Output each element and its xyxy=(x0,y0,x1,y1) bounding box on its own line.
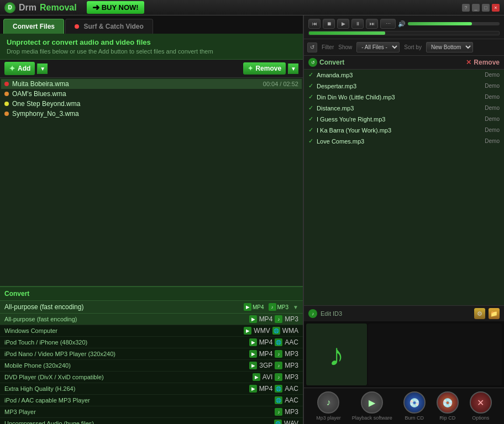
format-icon-mp3-4: ♪ xyxy=(275,362,282,369)
mp3-player-button[interactable]: ♪ Mp3 player xyxy=(316,391,341,421)
convert-item-name-9: Uncompressed Audio (huge files) xyxy=(4,420,270,424)
buy-now-button[interactable]: ➜ BUY NOW! xyxy=(87,1,144,14)
convert-item-8[interactable]: MP3 Player ♪ MP3 xyxy=(0,406,303,418)
player-more-button[interactable]: ⋯ xyxy=(380,19,396,29)
format-icon-mp4-2: ▶ xyxy=(249,338,257,346)
player-pause-button[interactable]: ⏸ xyxy=(351,19,364,29)
mp4-icon: ▶ xyxy=(244,303,251,311)
burn-cd-button[interactable]: 💿 Burn CD xyxy=(403,391,426,421)
media-player: ⏮ ⏹ ▶ ⏸ ⏭ ⋯ 🔊 xyxy=(304,15,504,39)
convert-section: Convert All-purpose (fast encoding) ▶ MP… xyxy=(0,286,303,424)
convert-item-name-5: DVD Player (DivX / XviD compatible) xyxy=(4,374,248,380)
mp4-label: MP4 xyxy=(253,304,264,310)
filter-select[interactable]: - All Files - xyxy=(356,42,400,52)
convert-item-name-1: Windows Computer xyxy=(4,327,239,334)
mp3-player-icon: ♪ xyxy=(317,391,339,414)
header-subtitle: Drop media files below or use the Add bu… xyxy=(7,48,296,55)
convert-item-9[interactable]: Uncompressed Audio (huge files) 🌐 WAV xyxy=(0,418,303,424)
right-file-item-2[interactable]: ✓ Din Din Wo (Little Child).mp3 Demo xyxy=(304,92,504,103)
help-button[interactable]: ? xyxy=(462,4,470,12)
playback-software-button[interactable]: ▶ Playback software xyxy=(352,391,392,421)
remove-dropdown-button[interactable]: ▼ xyxy=(288,63,298,74)
right-file-item-3[interactable]: ✓ Distance.mp3 Demo xyxy=(304,103,504,114)
convert-item-name-7: iPod / AAC capable MP3 Player xyxy=(4,397,270,404)
file-item-0[interactable]: Muita Bobeira.wma 00:04 / 02:52 xyxy=(1,79,302,89)
close-button[interactable]: × xyxy=(492,4,500,12)
f1-0: MP4 xyxy=(259,315,273,323)
progress-bar[interactable] xyxy=(308,31,500,35)
convert-formats-0: ▶ MP4 ♪ MP3 xyxy=(249,315,298,323)
file-item-3[interactable]: Symphony_No_3.wma xyxy=(1,109,302,119)
rip-cd-label: Rip CD xyxy=(439,415,455,421)
convert-item-7[interactable]: iPod / AAC capable MP3 Player 🌐 AAC xyxy=(0,395,303,406)
convert-dropdown-icon[interactable]: ▼ xyxy=(293,304,298,310)
edit-id3-icon: ♪ xyxy=(308,309,317,318)
id3-gear-button[interactable]: ⚙ xyxy=(474,308,485,319)
format-icon-mp3-3: ♪ xyxy=(275,350,282,358)
f1-3: MP4 xyxy=(259,350,273,358)
check-icon-4: ✓ xyxy=(308,115,313,123)
file-list: Muita Bobeira.wma 00:04 / 02:52 OAM's Bl… xyxy=(0,78,303,286)
right-file-item-5[interactable]: ✓ I Ka Barra (Your Work).mp3 Demo xyxy=(304,125,504,136)
add-dropdown-button[interactable]: ▼ xyxy=(37,63,48,74)
convert-item-0[interactable]: All-purpose (fast encoding) ▶ MP4 ♪ MP3 xyxy=(0,314,303,325)
format-mp4-badge: ▶ MP4 xyxy=(244,303,264,311)
add-button[interactable]: ✦ Add xyxy=(4,62,35,75)
convert-item-name-4: Mobile Phone (320x240) xyxy=(4,362,245,369)
demo-badge-4: Demo xyxy=(485,116,500,122)
convert-list: All-purpose (fast encoding) ▶ MP4 ♪ MP3 … xyxy=(0,314,303,424)
right-file-name-4: I Guess You're Right.mp3 xyxy=(317,116,481,123)
format-icon-aac-7: 🌐 xyxy=(275,396,282,404)
convert-item-3[interactable]: iPod Nano / Video MP3 Player (320x240) ▶… xyxy=(0,348,303,360)
convert-item-6[interactable]: Extra High Quality (H.264) ▶ MP4 🌐 AAC xyxy=(0,383,303,395)
right-file-item-1[interactable]: ✓ Despertar.mp3 Demo xyxy=(304,81,504,92)
convert-formats-9: 🌐 WAV xyxy=(274,420,298,424)
right-file-name-1: Despertar.mp3 xyxy=(317,83,481,89)
main-container: Convert Files Surf & Catch Video Unprote… xyxy=(0,15,504,424)
rip-cd-button[interactable]: 💿 Rip CD xyxy=(437,391,459,421)
mp3-icon: ♪ xyxy=(269,303,276,311)
sort-select[interactable]: New Bottom xyxy=(426,42,473,52)
volume-fill xyxy=(408,22,472,25)
format-icon-avi: ▶ xyxy=(253,373,260,381)
tab-surf-catch[interactable]: Surf & Catch Video xyxy=(65,19,153,34)
convert-item-5[interactable]: DVD Player (DivX / XviD compatible) ▶ AV… xyxy=(0,372,303,383)
player-rewind-button[interactable]: ⏮ xyxy=(308,19,321,29)
right-file-item-4[interactable]: ✓ I Guess You're Right.mp3 Demo xyxy=(304,114,504,125)
refresh-button[interactable]: ↺ xyxy=(307,43,317,52)
file-item-2[interactable]: One Step Beyond.wma xyxy=(1,99,302,109)
demo-badge-3: Demo xyxy=(485,105,500,111)
convert-item-2[interactable]: iPod Touch / iPhone (480x320) ▶ MP4 🌐 AA… xyxy=(0,337,303,348)
music-area: ♪ xyxy=(304,321,504,388)
file-name-0: Muita Bobeira.wma xyxy=(12,80,260,88)
format-icon-mp4: ▶ xyxy=(249,315,257,323)
f1-2: MP4 xyxy=(259,338,273,346)
right-file-item-0[interactable]: ✓ Amanda.mp3 Demo xyxy=(304,70,504,81)
format-icon-aac-6: 🌐 xyxy=(275,385,282,393)
window-controls: ? _ □ × xyxy=(462,4,500,12)
options-button[interactable]: ✕ Options xyxy=(470,391,492,421)
file-name-3: Symphony_No_3.wma xyxy=(12,110,298,118)
tab-convert-files[interactable]: Convert Files xyxy=(3,19,64,34)
id3-folder-button[interactable]: 📁 xyxy=(489,308,500,319)
maximize-button[interactable]: □ xyxy=(482,4,490,12)
left-panel: Convert Files Surf & Catch Video Unprote… xyxy=(0,15,304,424)
convert-formats-5: ▶ AVI ♪ MP3 xyxy=(253,373,298,381)
player-forward-button[interactable]: ⏭ xyxy=(366,19,378,29)
file-dot-yellow-icon xyxy=(4,102,9,106)
file-item-1[interactable]: OAM's Blues.wma xyxy=(1,89,302,99)
volume-bar[interactable] xyxy=(408,22,500,25)
convert-item-4[interactable]: Mobile Phone (320x240) ▶ 3GP ♪ MP3 xyxy=(0,360,303,372)
minimize-button[interactable]: _ xyxy=(472,4,480,12)
convert-selected[interactable]: All-purpose (fast encoding) ▶ MP4 ♪ MP3 … xyxy=(0,301,303,314)
add-label: Add xyxy=(18,65,30,72)
player-play-button[interactable]: ▶ xyxy=(337,19,349,29)
f1-5: AVI xyxy=(262,373,272,381)
convert-item-1[interactable]: Windows Computer ▶ WMV 🌐 WMA xyxy=(0,325,303,337)
arrow-icon: ➜ xyxy=(92,2,99,13)
show-label: Show xyxy=(338,44,352,50)
remove-button[interactable]: ✦ Remove xyxy=(243,62,286,75)
player-stop-button[interactable]: ⏹ xyxy=(323,19,335,29)
format-icon-mp3-8: ♪ xyxy=(275,408,282,416)
right-file-item-6[interactable]: ✓ Love Comes.mp3 Demo xyxy=(304,136,504,147)
